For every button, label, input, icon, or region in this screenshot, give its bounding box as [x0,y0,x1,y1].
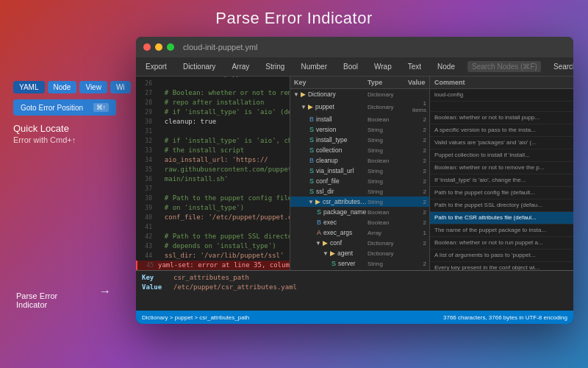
comment-row: Valid values are 'packages' and 'aio' (.… [430,137,573,149]
tree-row[interactable]: Svia_install_urlString2 [290,166,429,176]
comment-row: loud-config [430,89,573,102]
val-row: Value /etc/puppet/csr_attributes.yaml [142,283,567,291]
tree-panel[interactable]: Key Type Value ▼▶DictionaryDictionary▼▶p… [290,77,430,270]
content-area: 1#cloud-config23# This is an example fil… [136,77,573,270]
line-content: # Path to the puppet SSL directory (defa… [157,232,290,241]
line-content: # on 'install_type') [157,203,244,213]
key-row: Key csr_attributes_path [142,274,567,281]
line-number: 37 [139,184,152,194]
tree-row[interactable]: ScollectionString2 [290,145,429,155]
tree-count-label: 2 [408,240,426,247]
line-number: 44 [139,251,152,261]
tag-wi-btn[interactable]: Wi [110,81,131,93]
minimize-button[interactable] [155,43,162,51]
line-number: 34 [139,155,152,165]
val-value: /etc/puppet/csr_attributes.yaml [173,283,297,291]
bool-icon: B [309,157,314,164]
close-button[interactable] [143,43,151,51]
search-input[interactable] [467,61,541,72]
tree-key-label: via_install_url [316,167,368,174]
tree-count-label: 2 [408,147,426,154]
tree-count-label: 2 [408,188,426,195]
str-icon: S [309,146,314,154]
code-line: 28 # repo after installation [136,98,290,107]
tree-key-label: version [316,126,368,133]
line-number: 30 [139,117,152,127]
tag-buttons: YAML Node View Wi [13,81,127,93]
export-btn[interactable]: Export [142,61,171,72]
line-content: collection: 'puppet7' [157,77,256,79]
arr-icon: A [317,229,321,236]
string-btn[interactable]: String [262,61,288,72]
quick-locate-label: Quick Locate [13,123,127,134]
tree-row[interactable]: Sssl_dirString2 [290,186,429,197]
tree-row[interactable]: BinstallBoolean2 [290,114,429,124]
line-content: main/install.sh' [157,174,229,184]
comment-row: A list of arguments to pass to 'puppet..… [430,250,573,262]
comment-row: Puppet collection to install if 'install… [430,149,573,162]
tree-key-label: conf [330,239,368,247]
tree-type-label: String [368,127,408,133]
comment-row: The name of the puppet package to insta.… [430,224,573,237]
text-btn[interactable]: Text [404,61,425,72]
str-icon: S [309,126,314,133]
tree-count-label: 2 [408,219,426,226]
code-line: 29 # if 'install_type' is 'aio' (default… [136,107,290,117]
comment-panel[interactable]: Comment loud-configBoolean: whether or n… [430,77,573,270]
tree-count-label: 2 [408,127,426,133]
tag-view-btn[interactable]: View [79,81,107,93]
bool-btn[interactable]: Bool [340,61,362,72]
tree-row[interactable]: Spackage_nameBoolean2 [290,207,429,217]
comment-row: Path to the CSR attributes file (defaul.… [430,212,573,224]
tree-key-label: csr_attributes_pa... [323,198,368,205]
tree-row[interactable]: SserverString2 [290,258,429,269]
search-btn[interactable]: Search [550,61,573,72]
code-line: 44 ssl_dir: '/var/lib/puppet/ssl' [136,251,290,261]
bool-icon: B [309,116,314,123]
line-content: # Path to the puppet config file (defaul… [157,194,290,203]
tree-row[interactable]: ▼▶confDictionary2 [290,238,429,248]
tree-row[interactable]: Sinstall_typeString2 [290,135,429,145]
tree-row[interactable]: Aexec_argsArray1 [290,227,429,238]
line-number: 27 [139,88,152,98]
wrap-btn[interactable]: Wrap [370,61,395,72]
tree-row[interactable]: BcleanupBoolean2 [290,155,429,166]
maximize-button[interactable] [167,43,174,51]
tree-row[interactable]: ▼▶agentDictionary [290,248,429,258]
array-btn[interactable]: Array [228,61,253,72]
tag-node-btn[interactable]: Node [48,81,77,93]
line-content: # depends on 'install_type') [157,241,276,251]
number-btn[interactable]: Number [297,61,331,72]
tree-row[interactable]: BexecBoolean2 [290,217,429,227]
code-line: 31 [136,127,290,136]
code-editor[interactable]: 1#cloud-config23# This is an example fil… [136,77,290,270]
tree-row[interactable]: ▼▶csr_attributes_pa...String2 [290,197,429,207]
code-line: 26 [136,79,290,88]
goto-error-button[interactable]: Goto Error Position ⌘↑ [13,99,116,116]
quick-locate-sub-label: Error with Cmd+↑ [13,135,127,144]
tree-key-label: install_type [316,136,368,144]
expand-arrow-icon: ▼ [301,104,306,110]
line-number: 31 [139,127,152,136]
code-line: 30 cleanup: true [136,117,290,127]
tree-type-label: Array [368,230,408,236]
line-content: # the install script [157,146,244,155]
line-number: 42 [139,232,152,241]
tree-row[interactable]: SversionString2 [290,124,429,135]
tree-row[interactable]: Sconf_fileString2 [290,176,429,186]
tree-row[interactable]: ▼▶puppetDictionary1 items [290,99,429,114]
node-btn[interactable]: Node [434,61,459,72]
comment-row: Boolean: whether or not to install pupp.… [430,112,573,124]
tree-row[interactable]: ▼▶DictionaryDictionary [290,89,429,99]
str-icon: S [309,167,314,174]
code-line: 27 # Boolean: whether or not to remove t… [136,88,290,98]
dictionary-btn[interactable]: Dictionary [179,61,219,72]
line-number: 39 [139,203,152,213]
tree-count-label: 2 [408,158,426,164]
window-title: cloud-init-puppet.yml [183,43,258,52]
line-content: # if 'install_type' is 'aio' (default: t… [157,107,290,117]
str-icon: S [331,260,336,267]
tag-yaml-btn[interactable]: YAML [13,81,45,93]
code-line: 43 # depends on 'install_type') [136,241,290,251]
line-content: raw.githubusercontent.com/puppetlabs/ins… [157,165,290,174]
